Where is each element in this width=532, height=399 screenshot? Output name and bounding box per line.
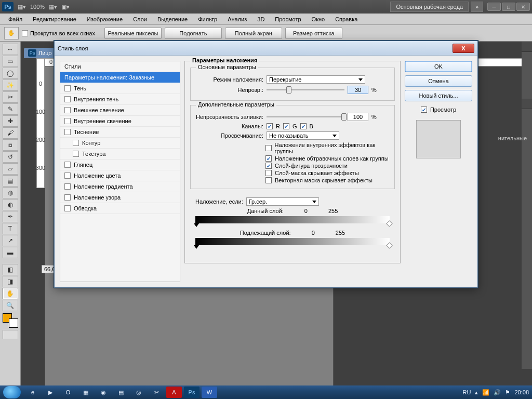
style-item[interactable]: Внешнее свечение [60, 105, 180, 116]
style-checkbox[interactable] [64, 96, 71, 102]
menu-analysis[interactable]: Анализ [223, 15, 251, 24]
style-checkbox[interactable] [64, 107, 71, 113]
system-tray[interactable]: RU ▴ 📶 🔊 ⚑ 20:08 [463, 389, 529, 396]
hand-tool-icon[interactable]: ✋ [4, 27, 19, 39]
advanced-option-checkbox[interactable] [265, 170, 272, 176]
style-item[interactable]: Наложение цвета [60, 170, 180, 181]
style-checkbox[interactable] [64, 183, 71, 190]
3d-camera-tool-icon[interactable]: ◨ [3, 276, 18, 287]
blend-if-select[interactable]: Гр.сер. [246, 197, 319, 206]
taskbar-ie-icon[interactable]: e [25, 387, 41, 398]
style-checkbox[interactable] [64, 194, 71, 201]
menu-help[interactable]: Справка [331, 15, 362, 24]
taskbar-notepad-icon[interactable]: ▤ [113, 387, 129, 398]
taskbar-chrome-icon[interactable]: ◉ [96, 387, 111, 398]
channel-b-checkbox[interactable] [300, 123, 307, 129]
style-item[interactable]: Наложение узора [60, 192, 180, 203]
workspace-more-icon[interactable]: » [471, 2, 483, 12]
wand-tool-icon[interactable]: ✨ [3, 79, 18, 91]
taskbar-word-icon[interactable]: W [202, 387, 217, 398]
style-item[interactable]: Контур [60, 138, 180, 149]
network-icon[interactable]: 📶 [482, 389, 489, 396]
cancel-button[interactable]: Отмена [405, 75, 472, 87]
style-item[interactable]: Наложение градиента [60, 181, 180, 192]
screen-mode-icon[interactable]: ▣▾ [61, 4, 70, 10]
ok-button[interactable]: OK [405, 61, 472, 72]
bridge-icon[interactable]: ▦▾ [18, 4, 26, 10]
channel-r-checkbox[interactable] [267, 123, 273, 129]
dodge-tool-icon[interactable]: ◐ [3, 199, 18, 210]
flag-icon[interactable]: ⚑ [505, 389, 510, 396]
shape-tool-icon[interactable]: ▬ [3, 247, 18, 258]
fill-opacity-input[interactable]: 100 [348, 113, 368, 121]
print-size-button[interactable]: Размер оттиска [285, 28, 342, 39]
opacity-input[interactable]: 30 [348, 86, 368, 94]
volume-icon[interactable]: 🔊 [494, 389, 501, 396]
hand-tool-icon[interactable]: ✋ [3, 288, 18, 299]
fill-screen-button[interactable]: Полный экран [225, 28, 282, 39]
opacity-slider[interactable] [267, 89, 344, 90]
style-item[interactable]: Глянец [60, 159, 180, 170]
menu-3d[interactable]: 3D [253, 15, 269, 24]
zoom-dropdown[interactable]: 100% [30, 4, 45, 10]
view-extras-icon[interactable]: ▦▾ [49, 4, 57, 10]
style-checkbox[interactable] [64, 205, 71, 211]
window-maximize-button[interactable]: □ [502, 3, 515, 11]
taskbar-photoshop-icon[interactable]: Ps [184, 387, 200, 398]
advanced-option-checkbox[interactable] [265, 163, 272, 169]
style-item[interactable]: Параметры наложения: Заказные [60, 72, 180, 83]
dialog-close-button[interactable]: X [453, 44, 474, 53]
menu-edit[interactable]: Редактирование [29, 15, 81, 24]
style-checkbox[interactable] [64, 118, 71, 124]
style-checkbox[interactable] [73, 140, 79, 146]
preview-checkbox[interactable] [421, 107, 427, 113]
dialog-titlebar[interactable]: Стиль слоя X [55, 41, 477, 56]
style-checkbox[interactable] [64, 172, 71, 179]
channel-g-checkbox[interactable] [283, 123, 289, 129]
style-checkbox[interactable] [64, 85, 71, 91]
advanced-option-checkbox[interactable] [265, 177, 272, 183]
3d-tool-icon[interactable]: ◧ [3, 264, 18, 275]
workspace-switcher[interactable]: Основная рабочая среда [390, 2, 469, 12]
color-swatches[interactable] [3, 313, 18, 328]
style-item[interactable]: Внутренняя тень [60, 94, 180, 105]
style-item[interactable]: Тиснение [60, 127, 180, 138]
right-collapsed-panels[interactable] [522, 42, 532, 369]
blur-tool-icon[interactable]: ◍ [3, 187, 18, 198]
scroll-all-windows-checkbox[interactable] [22, 30, 28, 36]
style-item[interactable]: Текстура [60, 149, 180, 159]
knockout-select[interactable]: Не показывать [267, 131, 339, 140]
actual-pixels-button[interactable]: Реальные пикселы [104, 28, 162, 39]
window-close-button[interactable]: ✕ [516, 3, 530, 11]
style-item[interactable]: Тень [60, 83, 180, 94]
language-indicator[interactable]: RU [463, 389, 471, 395]
taskbar-opera-icon[interactable]: O [60, 387, 76, 398]
quickmask-icon[interactable] [3, 330, 18, 339]
type-tool-icon[interactable]: T [3, 223, 18, 234]
gradient-tool-icon[interactable]: ▤ [3, 175, 18, 187]
advanced-option-checkbox[interactable] [265, 145, 272, 151]
style-checkbox[interactable] [73, 151, 79, 157]
path-tool-icon[interactable]: ↗ [3, 235, 18, 246]
eyedropper-tool-icon[interactable]: ✎ [3, 103, 18, 115]
taskbar-wmp-icon[interactable]: ▶ [43, 387, 58, 398]
move-tool-icon[interactable]: ↔ [3, 44, 18, 55]
menu-filter[interactable]: Фильтр [194, 15, 221, 24]
lasso-tool-icon[interactable]: ◯ [3, 68, 18, 79]
menu-file[interactable]: Файл [4, 15, 26, 24]
pen-tool-icon[interactable]: ✒ [3, 211, 18, 222]
this-layer-range[interactable] [195, 216, 390, 223]
menu-layers[interactable]: Слои [129, 15, 151, 24]
taskbar-app-icon[interactable]: ◎ [131, 387, 147, 398]
healing-tool-icon[interactable]: ✚ [3, 115, 18, 127]
menu-view[interactable]: Просмотр [271, 15, 305, 24]
menu-select[interactable]: Выделение [153, 15, 192, 24]
blend-mode-select[interactable]: Перекрытие [267, 75, 365, 84]
style-item[interactable]: Обводка [60, 203, 180, 214]
brush-tool-icon[interactable]: 🖌 [3, 127, 18, 139]
style-checkbox[interactable] [64, 162, 71, 168]
document-tab[interactable]: Ps Лицо [24, 48, 56, 58]
advanced-option-checkbox[interactable] [265, 155, 272, 162]
fill-opacity-slider[interactable] [267, 116, 344, 117]
style-item[interactable]: Внутреннее свечение [60, 116, 180, 127]
